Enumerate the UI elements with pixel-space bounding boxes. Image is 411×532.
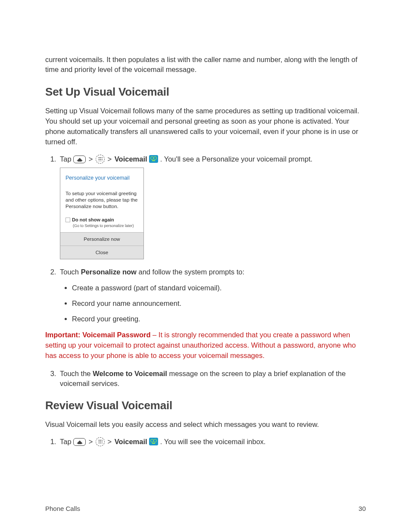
- apps-icon: [96, 437, 105, 446]
- step1-prefix: Tap: [60, 155, 73, 163]
- step2-prefix: Touch: [60, 268, 81, 276]
- section-heading-setup: Set Up Visual Voicemail: [45, 85, 366, 99]
- voicemail-label: Voicemail: [115, 438, 147, 445]
- voicemail-icon: [149, 155, 158, 163]
- section1-steps-cont: Touch the Welcome to Voicemail message o…: [45, 369, 366, 389]
- personalize-dialog: Personalize your voicemail To setup your…: [60, 168, 144, 259]
- step3-bold: Welcome to Voicemail: [93, 370, 167, 377]
- rstep1-prefix: Tap: [60, 438, 73, 445]
- sep: >: [87, 438, 95, 445]
- dialog-chk-label: Do not show again: [72, 217, 114, 222]
- document-page: current voicemails. It then populates a …: [0, 0, 411, 532]
- step-1: Tap > > Voicemail . You'll see a Persona…: [58, 154, 366, 260]
- dialog-title: Personalize your voicemail: [60, 168, 143, 187]
- dialog-chk-sub: (Go to Settings to personalize later): [73, 223, 138, 229]
- warning-bold: Important: Voicemail Password: [45, 331, 151, 339]
- dialog-btn-personalize: Personalize now: [60, 232, 143, 246]
- intro-paragraph: current voicemails. It then populates a …: [45, 55, 366, 75]
- bullet-greeting: Record your greeting.: [72, 314, 366, 324]
- dialog-checkbox-row: Do not show again (Go to Settings to per…: [60, 214, 143, 232]
- bullet-password: Create a password (part of standard voic…: [72, 283, 366, 293]
- section1-intro: Setting up Visual Voicemail follows many…: [45, 106, 366, 147]
- apps-icon: [96, 155, 105, 164]
- voicemail-label: Voicemail: [115, 155, 147, 163]
- step-3: Touch the Welcome to Voicemail message o…: [58, 369, 366, 389]
- step1-suffix: . You'll see a Personalize your voicemai…: [158, 155, 312, 163]
- dialog-message: To setup your voicemail greeting and oth…: [60, 186, 143, 214]
- sep: >: [106, 438, 114, 445]
- rstep1-suffix: . You will see the voicemail inbox.: [158, 438, 265, 445]
- section-heading-review: Review Visual Voicemail: [45, 399, 366, 412]
- voicemail-icon: [149, 438, 158, 445]
- section2-intro: Visual Voicemail lets you easily access …: [45, 420, 366, 430]
- footer-page-number: 30: [358, 505, 366, 512]
- section1-steps: Tap > > Voicemail . You'll see a Persona…: [45, 154, 366, 324]
- step2-bullets: Create a password (part of standard voic…: [60, 283, 366, 324]
- important-warning: Important: Voicemail Password – It is st…: [45, 330, 366, 361]
- section2-steps: Tap > > Voicemail . You will see the voi…: [45, 437, 366, 447]
- bullet-name: Record your name announcement.: [72, 299, 366, 308]
- step2-bold: Personalize now: [81, 268, 137, 276]
- home-icon: [73, 438, 86, 446]
- sep: >: [106, 155, 114, 163]
- page-footer: Phone Calls 30: [45, 505, 366, 512]
- step-2: Touch Personalize now and follow the sys…: [58, 267, 366, 324]
- checkbox-icon: [65, 218, 70, 222]
- step2-suffix: and follow the system prompts to:: [137, 268, 244, 276]
- home-icon: [73, 156, 86, 163]
- footer-left: Phone Calls: [45, 505, 80, 512]
- sep: >: [87, 155, 95, 163]
- step3-prefix: Touch the: [60, 370, 93, 377]
- review-step-1: Tap > > Voicemail . You will see the voi…: [58, 437, 366, 447]
- dialog-btn-close: Close: [60, 246, 143, 259]
